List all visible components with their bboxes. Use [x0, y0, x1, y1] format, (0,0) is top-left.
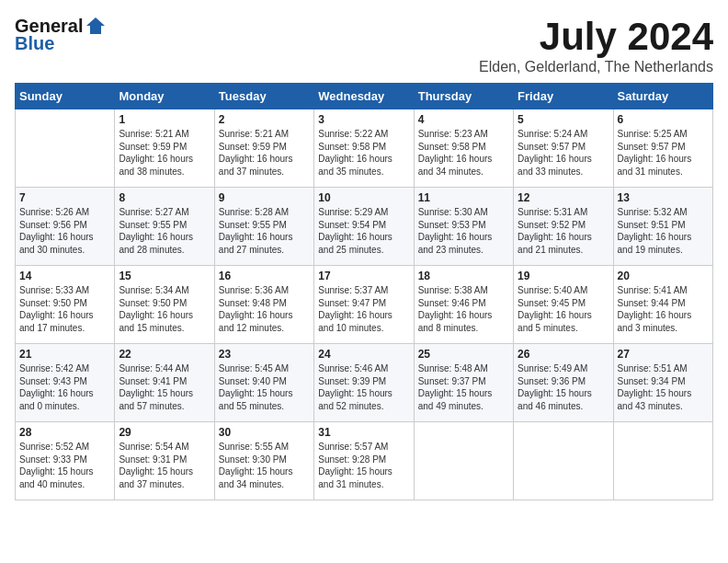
day-number: 5: [518, 113, 609, 126]
day-number: 25: [418, 348, 509, 361]
day-number: 29: [119, 426, 210, 439]
day-info: Sunrise: 5:46 AM Sunset: 9:39 PM Dayligh…: [318, 362, 409, 412]
weekday-header-saturday: Saturday: [613, 84, 712, 109]
calendar-cell: 24Sunrise: 5:46 AM Sunset: 9:39 PM Dayli…: [314, 344, 414, 422]
calendar-cell: 27Sunrise: 5:51 AM Sunset: 9:34 PM Dayli…: [613, 344, 712, 422]
day-number: 12: [518, 191, 609, 204]
calendar-cell: 14Sunrise: 5:33 AM Sunset: 9:50 PM Dayli…: [16, 266, 115, 344]
day-info: Sunrise: 5:32 AM Sunset: 9:51 PM Dayligh…: [618, 206, 709, 256]
day-number: 10: [318, 191, 409, 204]
weekday-header-friday: Friday: [514, 84, 613, 109]
calendar-cell: 1Sunrise: 5:21 AM Sunset: 9:59 PM Daylig…: [115, 109, 214, 188]
day-info: Sunrise: 5:30 AM Sunset: 9:53 PM Dayligh…: [418, 206, 509, 256]
title-area: July 2024 Elden, Gelderland, The Netherl…: [479, 15, 713, 75]
day-number: 7: [19, 191, 110, 204]
week-row-5: 28Sunrise: 5:52 AM Sunset: 9:33 PM Dayli…: [16, 422, 713, 500]
day-info: Sunrise: 5:52 AM Sunset: 9:33 PM Dayligh…: [19, 441, 110, 490]
day-info: Sunrise: 5:38 AM Sunset: 9:46 PM Dayligh…: [418, 284, 509, 334]
calendar-table: SundayMondayTuesdayWednesdayThursdayFrid…: [15, 83, 713, 500]
day-number: 23: [219, 348, 310, 361]
day-number: 16: [219, 270, 310, 282]
day-number: 17: [318, 270, 409, 282]
calendar-cell: 6Sunrise: 5:25 AM Sunset: 9:57 PM Daylig…: [613, 109, 712, 188]
day-number: 11: [418, 191, 509, 204]
calendar-cell: [16, 109, 115, 188]
svg-marker-0: [86, 17, 105, 34]
calendar-cell: 30Sunrise: 5:55 AM Sunset: 9:30 PM Dayli…: [214, 422, 313, 500]
day-number: 8: [119, 191, 210, 204]
day-info: Sunrise: 5:41 AM Sunset: 9:44 PM Dayligh…: [618, 284, 709, 334]
calendar-cell: 2Sunrise: 5:21 AM Sunset: 9:59 PM Daylig…: [214, 109, 313, 188]
calendar-cell: 21Sunrise: 5:42 AM Sunset: 9:43 PM Dayli…: [16, 344, 115, 422]
day-number: 15: [119, 270, 210, 282]
calendar-cell: 5Sunrise: 5:24 AM Sunset: 9:57 PM Daylig…: [514, 109, 613, 188]
day-number: 30: [219, 426, 310, 439]
day-number: 3: [318, 113, 409, 126]
weekday-header-tuesday: Tuesday: [214, 84, 313, 109]
day-info: Sunrise: 5:55 AM Sunset: 9:30 PM Dayligh…: [219, 441, 310, 490]
calendar-cell: [514, 422, 613, 500]
day-number: 24: [318, 348, 409, 361]
weekday-header-wednesday: Wednesday: [314, 84, 414, 109]
logo: General Blue: [15, 15, 107, 54]
day-number: 1: [119, 113, 210, 126]
day-number: 31: [318, 426, 409, 439]
weekday-header-row: SundayMondayTuesdayWednesdayThursdayFrid…: [16, 84, 713, 109]
day-info: Sunrise: 5:48 AM Sunset: 9:37 PM Dayligh…: [418, 362, 509, 412]
day-info: Sunrise: 5:54 AM Sunset: 9:31 PM Dayligh…: [119, 441, 210, 490]
week-row-4: 21Sunrise: 5:42 AM Sunset: 9:43 PM Dayli…: [16, 344, 713, 422]
month-title: July 2024: [479, 15, 713, 59]
day-info: Sunrise: 5:22 AM Sunset: 9:58 PM Dayligh…: [318, 128, 409, 178]
day-number: 20: [618, 270, 709, 282]
day-number: 6: [618, 113, 709, 126]
day-number: 19: [518, 270, 609, 282]
weekday-header-thursday: Thursday: [414, 84, 513, 109]
calendar-cell: 15Sunrise: 5:34 AM Sunset: 9:50 PM Dayli…: [115, 266, 214, 344]
day-number: 26: [518, 348, 609, 361]
calendar-cell: 23Sunrise: 5:45 AM Sunset: 9:40 PM Dayli…: [214, 344, 313, 422]
calendar-cell: 4Sunrise: 5:23 AM Sunset: 9:58 PM Daylig…: [414, 109, 513, 188]
calendar-cell: 16Sunrise: 5:36 AM Sunset: 9:48 PM Dayli…: [214, 266, 313, 344]
day-info: Sunrise: 5:37 AM Sunset: 9:47 PM Dayligh…: [318, 284, 409, 334]
calendar-cell: 18Sunrise: 5:38 AM Sunset: 9:46 PM Dayli…: [414, 266, 513, 344]
calendar-cell: 22Sunrise: 5:44 AM Sunset: 9:41 PM Dayli…: [115, 344, 214, 422]
day-number: 22: [119, 348, 210, 361]
day-info: Sunrise: 5:21 AM Sunset: 9:59 PM Dayligh…: [119, 128, 210, 178]
calendar-cell: 28Sunrise: 5:52 AM Sunset: 9:33 PM Dayli…: [16, 422, 115, 500]
day-info: Sunrise: 5:28 AM Sunset: 9:55 PM Dayligh…: [219, 206, 310, 256]
day-info: Sunrise: 5:31 AM Sunset: 9:52 PM Dayligh…: [518, 206, 609, 256]
weekday-header-monday: Monday: [115, 84, 214, 109]
day-info: Sunrise: 5:51 AM Sunset: 9:34 PM Dayligh…: [618, 362, 709, 412]
calendar-cell: 19Sunrise: 5:40 AM Sunset: 9:45 PM Dayli…: [514, 266, 613, 344]
day-info: Sunrise: 5:42 AM Sunset: 9:43 PM Dayligh…: [19, 362, 110, 412]
calendar-cell: 11Sunrise: 5:30 AM Sunset: 9:53 PM Dayli…: [414, 188, 513, 266]
day-number: 9: [219, 191, 310, 204]
weekday-header-sunday: Sunday: [16, 84, 115, 109]
calendar-cell: 31Sunrise: 5:57 AM Sunset: 9:28 PM Dayli…: [314, 422, 414, 500]
day-info: Sunrise: 5:29 AM Sunset: 9:54 PM Dayligh…: [318, 206, 409, 256]
calendar-cell: 25Sunrise: 5:48 AM Sunset: 9:37 PM Dayli…: [414, 344, 513, 422]
day-info: Sunrise: 5:21 AM Sunset: 9:59 PM Dayligh…: [219, 128, 310, 178]
calendar-cell: [613, 422, 712, 500]
day-number: 28: [19, 426, 110, 439]
day-info: Sunrise: 5:26 AM Sunset: 9:56 PM Dayligh…: [19, 206, 110, 256]
calendar-cell: 17Sunrise: 5:37 AM Sunset: 9:47 PM Dayli…: [314, 266, 414, 344]
calendar-cell: 12Sunrise: 5:31 AM Sunset: 9:52 PM Dayli…: [514, 188, 613, 266]
day-info: Sunrise: 5:45 AM Sunset: 9:40 PM Dayligh…: [219, 362, 310, 412]
location-title: Elden, Gelderland, The Netherlands: [479, 59, 713, 75]
day-number: 18: [418, 270, 509, 282]
day-info: Sunrise: 5:49 AM Sunset: 9:36 PM Dayligh…: [518, 362, 609, 412]
calendar-cell: 3Sunrise: 5:22 AM Sunset: 9:58 PM Daylig…: [314, 109, 414, 188]
calendar-cell: 20Sunrise: 5:41 AM Sunset: 9:44 PM Dayli…: [613, 266, 712, 344]
week-row-3: 14Sunrise: 5:33 AM Sunset: 9:50 PM Dayli…: [16, 266, 713, 344]
week-row-1: 1Sunrise: 5:21 AM Sunset: 9:59 PM Daylig…: [16, 109, 713, 188]
day-number: 13: [618, 191, 709, 204]
day-info: Sunrise: 5:44 AM Sunset: 9:41 PM Dayligh…: [119, 362, 210, 412]
day-number: 2: [219, 113, 310, 126]
day-info: Sunrise: 5:23 AM Sunset: 9:58 PM Dayligh…: [418, 128, 509, 178]
calendar-cell: 7Sunrise: 5:26 AM Sunset: 9:56 PM Daylig…: [16, 188, 115, 266]
logo-blue-text: Blue: [15, 33, 54, 54]
calendar-cell: 9Sunrise: 5:28 AM Sunset: 9:55 PM Daylig…: [214, 188, 313, 266]
day-number: 27: [618, 348, 709, 361]
calendar-cell: 26Sunrise: 5:49 AM Sunset: 9:36 PM Dayli…: [514, 344, 613, 422]
